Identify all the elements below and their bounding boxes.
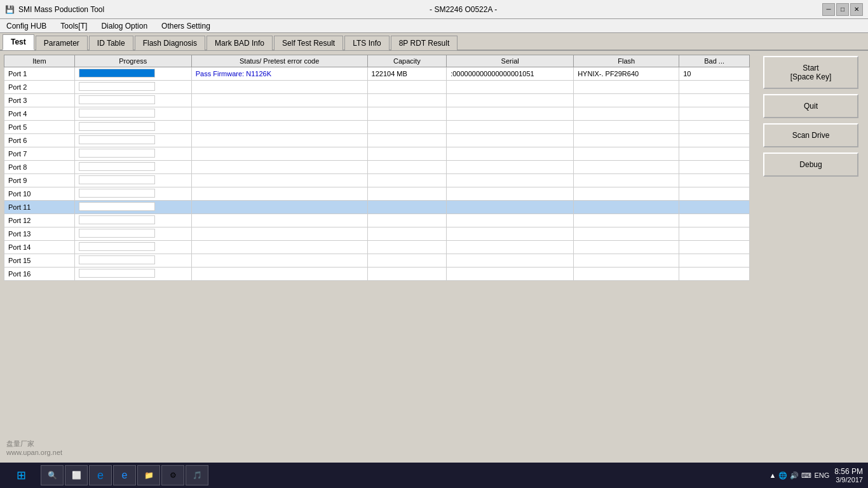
taskbar-settings-icon[interactable]: ⚙ — [161, 465, 184, 485]
taskbar-media-icon[interactable]: 🎵 — [186, 465, 208, 485]
close-button[interactable]: ✕ — [850, 3, 863, 16]
tab-bar: Test Parameter ID Table Flash Diagnosis … — [0, 33, 868, 51]
cell-capacity — [367, 121, 447, 134]
table-row[interactable]: Port 13 — [4, 227, 750, 241]
start-button-taskbar[interactable]: ⊞ — [5, 466, 37, 485]
start-button[interactable]: Start[Space Key] — [763, 56, 858, 89]
cell-item: Port 8 — [4, 161, 75, 174]
title-controls: ─ □ ✕ — [822, 3, 863, 16]
cell-item: Port 10 — [4, 187, 75, 201]
cell-capacity — [367, 214, 447, 227]
cell-progress — [74, 187, 191, 201]
scan-drive-button[interactable]: Scan Drive — [763, 123, 858, 147]
cell-item: Port 2 — [4, 81, 75, 94]
taskbar: ⊞ 🔍 ⬜ e e 📁 ⚙ 🎵 ▲ 🌐 🔊 ⌨ ENG 8:56 PM 3/9/… — [0, 463, 868, 488]
menu-dialog-option[interactable]: Dialog Option — [97, 20, 151, 32]
cell-item: Port 6 — [4, 134, 75, 147]
clock: 8:56 PM 3/9/2017 — [834, 467, 863, 484]
table-row[interactable]: Port 2 — [4, 81, 750, 94]
cell-bad — [679, 81, 750, 94]
tab-mark-bad-info[interactable]: Mark BAD Info — [207, 36, 273, 50]
tab-parameter[interactable]: Parameter — [36, 36, 88, 50]
debug-button[interactable]: Debug — [763, 152, 858, 177]
table-row[interactable]: Port 14 — [4, 241, 750, 254]
tab-id-table[interactable]: ID Table — [89, 36, 133, 50]
cell-serial — [447, 174, 574, 187]
cell-serial — [447, 214, 574, 227]
tab-8p-rdt-result[interactable]: 8P RDT Result — [391, 36, 458, 50]
menu-others-setting[interactable]: Others Setting — [158, 20, 214, 32]
cell-capacity — [367, 161, 447, 174]
taskbar-edge-icon[interactable]: e — [89, 465, 112, 485]
taskbar-taskview-icon[interactable]: ⬜ — [65, 465, 88, 485]
cell-flash: HYNIX-. PF29R640 — [574, 67, 679, 81]
cell-progress — [74, 121, 191, 134]
cell-bad — [679, 268, 750, 281]
table-row[interactable]: Port 11 — [4, 201, 750, 214]
cell-progress — [74, 81, 191, 94]
title-text: SMI Mass Poduction Tool — [18, 5, 104, 14]
table-row[interactable]: Port 1Pass Firmware: N1126K122104 MB:000… — [4, 67, 750, 81]
cell-progress — [74, 161, 191, 174]
cell-serial — [447, 94, 574, 107]
maximize-button[interactable]: □ — [836, 3, 849, 16]
cell-item: Port 3 — [4, 94, 75, 107]
cell-bad — [679, 107, 750, 121]
cell-capacity — [367, 147, 447, 161]
tray-volume-icon[interactable]: 🔊 — [790, 471, 799, 480]
cell-status — [191, 81, 367, 94]
cell-serial — [447, 268, 574, 281]
cell-flash — [574, 81, 679, 94]
col-capacity: Capacity — [367, 55, 447, 67]
title-left: 💾 SMI Mass Poduction Tool — [5, 5, 104, 14]
cell-flash — [574, 174, 679, 187]
cell-status — [191, 201, 367, 214]
cell-capacity — [367, 107, 447, 121]
table-row[interactable]: Port 15 — [4, 254, 750, 268]
cell-capacity: 122104 MB — [367, 67, 447, 81]
quit-button[interactable]: Quit — [763, 94, 858, 118]
col-item: Item — [4, 55, 75, 67]
cell-item: Port 7 — [4, 147, 75, 161]
table-row[interactable]: Port 5 — [4, 121, 750, 134]
table-row[interactable]: Port 9 — [4, 174, 750, 187]
cell-serial — [447, 134, 574, 147]
tab-lts-info[interactable]: LTS Info — [344, 36, 389, 50]
title-center: - SM2246 O0522A - — [430, 5, 497, 14]
cell-progress — [74, 214, 191, 227]
tray-keyboard-icon[interactable]: ⌨ — [801, 471, 811, 480]
cell-flash — [574, 107, 679, 121]
menu-config-hub[interactable]: Config HUB — [3, 20, 50, 32]
taskbar-explorer-icon[interactable]: 📁 — [137, 465, 160, 485]
tab-self-test-result[interactable]: Self Test Result — [274, 36, 343, 50]
table-row[interactable]: Port 3 — [4, 94, 750, 107]
taskbar-ie-icon[interactable]: e — [113, 465, 136, 485]
cell-item: Port 16 — [4, 268, 75, 281]
col-bad: Bad ... — [679, 55, 750, 67]
table-row[interactable]: Port 10 — [4, 187, 750, 201]
tray-network-icon[interactable]: 🌐 — [778, 471, 787, 480]
cell-capacity — [367, 254, 447, 268]
minimize-button[interactable]: ─ — [822, 3, 835, 16]
table-row[interactable]: Port 12 — [4, 214, 750, 227]
cell-status — [191, 174, 367, 187]
cell-progress — [74, 107, 191, 121]
taskbar-search-icon[interactable]: 🔍 — [41, 465, 64, 485]
cell-flash — [574, 214, 679, 227]
cell-flash — [574, 227, 679, 241]
cell-serial — [447, 227, 574, 241]
tab-flash-diagnosis[interactable]: Flash Diagnosis — [135, 36, 205, 50]
tray-arrow-icon[interactable]: ▲ — [770, 471, 776, 479]
cell-serial — [447, 107, 574, 121]
cell-serial — [447, 121, 574, 134]
table-row[interactable]: Port 7 — [4, 147, 750, 161]
table-row[interactable]: Port 6 — [4, 134, 750, 147]
cell-status — [191, 134, 367, 147]
table-row[interactable]: Port 4 — [4, 107, 750, 121]
cell-capacity — [367, 241, 447, 254]
port-table-body: Port 1Pass Firmware: N1126K122104 MB:000… — [4, 67, 750, 281]
table-row[interactable]: Port 8 — [4, 161, 750, 174]
tab-test[interactable]: Test — [3, 34, 34, 50]
menu-tools[interactable]: Tools[T] — [57, 20, 91, 32]
table-row[interactable]: Port 16 — [4, 268, 750, 281]
